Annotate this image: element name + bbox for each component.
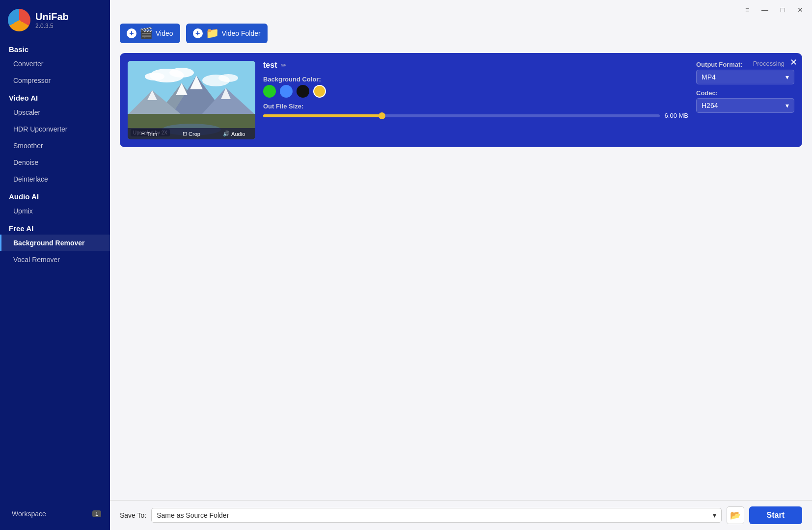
color-green[interactable] bbox=[263, 85, 276, 98]
sidebar-item-background-remover[interactable]: Background Remover bbox=[0, 235, 110, 251]
chevron-down-icon-2: ▾ bbox=[785, 102, 789, 109]
audio-button[interactable]: 🔊 Audio bbox=[213, 128, 255, 139]
sidebar: UniFab 2.0.3.5 Basic Converter Compresso… bbox=[0, 0, 110, 530]
close-card-button[interactable]: ✕ bbox=[790, 58, 797, 67]
trim-button[interactable]: ✂ Trim bbox=[128, 128, 170, 139]
sidebar-item-deinterlace[interactable]: Deinterlace bbox=[0, 171, 110, 187]
content-area: Processing ✕ bbox=[110, 47, 812, 500]
sidebar-item-upscaler[interactable]: Upscaler bbox=[0, 104, 110, 121]
video-title: test bbox=[263, 61, 277, 70]
workspace-badge: 1 bbox=[92, 510, 101, 517]
crop-icon: ⊡ bbox=[183, 131, 187, 137]
outsize-row: 6.00 MB bbox=[263, 112, 688, 119]
maximize-button[interactable]: □ bbox=[776, 3, 789, 17]
codec-value: H264 bbox=[702, 102, 718, 109]
main-area: ≡ — □ ✕ + 🎬 Video + 📁 Video Folder Proce… bbox=[110, 0, 812, 530]
output-format-value: MP4 bbox=[702, 73, 716, 81]
edit-title-button[interactable]: ✏ bbox=[281, 61, 287, 69]
plus-icon-2: + bbox=[193, 28, 203, 38]
sidebar-item-converter[interactable]: Converter bbox=[0, 55, 110, 72]
bg-color-label: Background Color: bbox=[263, 76, 688, 83]
codec-label: Codec: bbox=[696, 89, 794, 97]
processing-status: Processing bbox=[753, 60, 785, 67]
right-panel: Output Format: MP4 ▾ Codec: H264 ▾ bbox=[696, 61, 794, 113]
output-format-select[interactable]: MP4 ▾ bbox=[696, 70, 794, 84]
app-version: 2.0.3.5 bbox=[35, 23, 69, 29]
add-video-label: Video bbox=[156, 29, 173, 37]
video-thumbnail: Upscaled by 2X ✂ Trim ⊡ Crop 🔊 Audio bbox=[128, 61, 255, 139]
toolbar: + 🎬 Video + 📁 Video Folder bbox=[110, 20, 812, 47]
sidebar-item-vocal-remover[interactable]: Vocal Remover bbox=[0, 251, 110, 268]
add-video-folder-label: Video Folder bbox=[222, 29, 261, 37]
video-folder-icon: 🎬 bbox=[139, 27, 153, 40]
section-free-ai: Free AI bbox=[0, 219, 110, 235]
close-button[interactable]: ✕ bbox=[793, 3, 807, 17]
audio-label: Audio bbox=[231, 131, 245, 137]
sidebar-item-workspace[interactable]: Workspace 1 bbox=[0, 505, 110, 522]
add-video-button[interactable]: + 🎬 Video bbox=[120, 24, 180, 43]
color-row bbox=[263, 85, 688, 98]
app-logo: UniFab 2.0.3.5 bbox=[0, 0, 110, 40]
video-settings: test ✏ Background Color: Out File Size: bbox=[263, 61, 688, 119]
sidebar-item-smoother[interactable]: Smoother bbox=[0, 137, 110, 154]
slider-fill bbox=[263, 114, 382, 117]
sidebar-item-hdr-upconverter[interactable]: HDR Upconverter bbox=[0, 121, 110, 137]
folder-icon: 📁 bbox=[206, 27, 219, 40]
section-audio-ai: Audio AI bbox=[0, 187, 110, 203]
svg-point-5 bbox=[218, 74, 238, 82]
title-row: test ✏ bbox=[263, 61, 688, 70]
crop-button[interactable]: ⊡ Crop bbox=[170, 128, 213, 139]
save-path-select[interactable]: Same as Source Folder ▾ bbox=[151, 508, 721, 523]
codec-section: Codec: H264 ▾ bbox=[696, 89, 794, 113]
save-to-label: Save To: bbox=[120, 511, 146, 519]
sidebar-item-compressor[interactable]: Compressor bbox=[0, 72, 110, 89]
plus-icon: + bbox=[127, 28, 136, 38]
thumb-controls: ✂ Trim ⊡ Crop 🔊 Audio bbox=[128, 128, 255, 139]
sidebar-item-upmix[interactable]: Upmix bbox=[0, 203, 110, 219]
add-video-folder-button[interactable]: + 📁 Video Folder bbox=[186, 24, 268, 43]
outfile-size-value: 6.00 MB bbox=[665, 112, 688, 119]
slider-thumb[interactable] bbox=[379, 112, 385, 119]
svg-point-3 bbox=[145, 73, 164, 80]
color-black[interactable] bbox=[297, 85, 309, 98]
minimize-button[interactable]: — bbox=[758, 3, 772, 17]
bottom-bar: Save To: Same as Source Folder ▾ 📂 Start bbox=[110, 500, 812, 530]
slider-track bbox=[263, 114, 660, 117]
browse-folder-icon: 📂 bbox=[730, 510, 741, 521]
outfile-size-label: Out File Size: bbox=[263, 103, 688, 110]
section-video-ai: Video AI bbox=[0, 89, 110, 104]
codec-select[interactable]: H264 ▾ bbox=[696, 98, 794, 113]
bg-color-section: Background Color: bbox=[263, 76, 688, 98]
chevron-down-icon-3: ▾ bbox=[713, 511, 716, 519]
titlebar: ≡ — □ ✕ bbox=[110, 0, 812, 20]
crop-label: Crop bbox=[189, 131, 200, 137]
logo-icon bbox=[8, 9, 30, 31]
size-slider[interactable] bbox=[263, 114, 660, 117]
video-card: Processing ✕ bbox=[120, 53, 802, 147]
section-basic: Basic bbox=[0, 40, 110, 55]
chevron-down-icon: ▾ bbox=[785, 73, 789, 81]
sidebar-item-denoise[interactable]: Denoise bbox=[0, 154, 110, 171]
color-yellow[interactable] bbox=[313, 85, 326, 98]
outfile-size-section: Out File Size: 6.00 MB bbox=[263, 103, 688, 119]
save-path-value: Same as Source Folder bbox=[157, 511, 229, 519]
start-button[interactable]: Start bbox=[749, 506, 802, 524]
svg-point-2 bbox=[169, 68, 194, 78]
audio-icon: 🔊 bbox=[223, 131, 230, 137]
browse-folder-button[interactable]: 📂 bbox=[727, 506, 744, 524]
trim-label: Trim bbox=[147, 131, 158, 137]
trim-icon: ✂ bbox=[141, 131, 145, 137]
menu-button[interactable]: ≡ bbox=[740, 3, 754, 17]
workspace-label: Workspace bbox=[12, 510, 46, 518]
color-blue[interactable] bbox=[280, 85, 293, 98]
app-name: UniFab bbox=[35, 11, 69, 23]
